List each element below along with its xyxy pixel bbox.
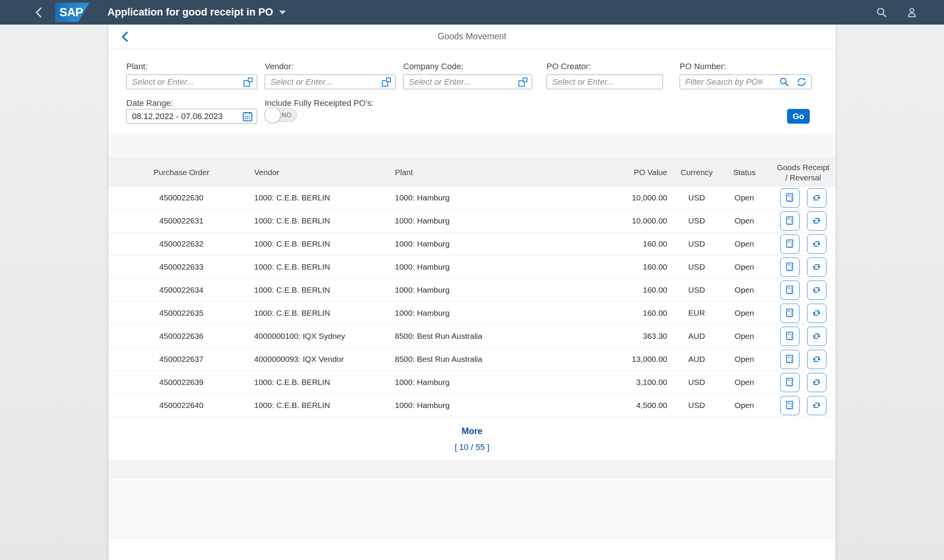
goods-receipt-button[interactable] <box>780 373 800 392</box>
company-code-input[interactable] <box>403 74 532 89</box>
cell-currency: USD <box>671 239 722 248</box>
cell-status: Open <box>722 239 766 248</box>
calendar-icon[interactable] <box>242 111 253 122</box>
receipt-icon <box>784 216 795 226</box>
cell-po-value: 160.00 <box>609 239 671 248</box>
more-button[interactable]: More <box>109 417 835 437</box>
cell-vendor: 1000: C.E.B. BERLIN <box>254 216 395 225</box>
table-row[interactable]: 4500022636 4000000100: IQX Sydney 8500: … <box>109 325 835 348</box>
actions-header-line1: Goods Receipt <box>777 163 829 172</box>
cell-actions <box>766 211 835 231</box>
cell-currency: EUR <box>671 309 722 318</box>
reversal-button[interactable] <box>807 234 826 254</box>
toggle-knob[interactable] <box>264 107 281 123</box>
table-row[interactable]: 4500022635 1000: C.E.B. BERLIN 1000: Ham… <box>109 302 835 325</box>
cycle-arrows-icon <box>811 285 822 295</box>
cell-vendor: 1000: C.E.B. BERLIN <box>254 239 395 248</box>
table-row[interactable]: 4500022633 1000: C.E.B. BERLIN 1000: Ham… <box>109 256 835 279</box>
company-code-label: Company Code: <box>403 62 463 71</box>
footer-area <box>109 477 835 538</box>
cycle-arrows-icon <box>811 239 822 249</box>
cell-currency: USD <box>671 285 722 295</box>
goods-receipt-button[interactable] <box>780 327 800 346</box>
table-footer: More [ 10 / 55 ] <box>109 417 835 460</box>
cell-status: Open <box>722 332 766 341</box>
include-fully-receipted-toggle[interactable]: NO <box>265 107 298 123</box>
cell-status: Open <box>722 378 766 387</box>
cycle-arrows-icon <box>811 262 822 272</box>
table-row[interactable]: 4500022634 1000: C.E.B. BERLIN 1000: Ham… <box>109 279 835 302</box>
cell-purchase-order: 4500022636 <box>109 332 254 341</box>
toggle-state-label: NO <box>282 112 292 119</box>
cell-status: Open <box>722 193 766 202</box>
reversal-button[interactable] <box>807 188 826 208</box>
receipt-icon <box>784 262 795 272</box>
reversal-button[interactable] <box>807 258 826 277</box>
cell-vendor: 1000: C.E.B. BERLIN <box>254 193 395 202</box>
receipt-icon <box>784 400 795 411</box>
vendor-label: Vendor: <box>265 62 293 71</box>
po-creator-input[interactable] <box>547 74 663 89</box>
receipt-icon <box>784 331 795 341</box>
cycle-arrows-icon <box>811 192 822 203</box>
goods-receipt-button[interactable] <box>780 188 800 208</box>
goods-receipt-button[interactable] <box>780 396 800 415</box>
reversal-button[interactable] <box>807 350 826 369</box>
search-icon[interactable] <box>779 77 790 87</box>
app-title-menu[interactable]: Application for good receipt in PO <box>107 6 286 18</box>
profile-button[interactable] <box>905 6 918 19</box>
table-row[interactable]: 4500022637 4000000093: IQX Vendor 8500: … <box>109 348 835 371</box>
reversal-button[interactable] <box>807 281 826 300</box>
cell-actions <box>766 396 835 415</box>
date-range-label: Date Range: <box>126 98 173 108</box>
vendor-input[interactable] <box>265 74 396 89</box>
goods-receipt-button[interactable] <box>780 234 800 254</box>
value-help-icon[interactable] <box>243 77 253 87</box>
cell-plant: 1000: Hamburg <box>395 262 609 271</box>
table-row[interactable]: 4500022631 1000: C.E.B. BERLIN 1000: Ham… <box>109 209 835 233</box>
search-button[interactable] <box>875 6 888 19</box>
cell-currency: USD <box>671 378 722 387</box>
page-back-button[interactable] <box>118 30 132 43</box>
goods-receipt-button[interactable] <box>780 304 800 323</box>
cell-actions <box>766 373 835 392</box>
page-indicator: [ 10 / 55 ] <box>109 442 835 452</box>
cell-po-value: 4,500.00 <box>609 401 671 410</box>
go-button[interactable]: Go <box>787 109 810 124</box>
goods-receipt-button[interactable] <box>780 281 800 300</box>
date-range-input[interactable] <box>126 109 257 124</box>
table-body: 4500022630 1000: C.E.B. BERLIN 1000: Ham… <box>109 186 835 417</box>
po-number-input[interactable] <box>680 74 812 89</box>
shell-back-button[interactable] <box>33 6 45 19</box>
table-row[interactable]: 4500022639 1000: C.E.B. BERLIN 1000: Ham… <box>109 371 835 394</box>
cell-po-value: 160.00 <box>609 309 671 318</box>
reversal-button[interactable] <box>807 373 826 392</box>
cycle-arrows-icon <box>811 308 822 318</box>
value-help-icon[interactable] <box>381 77 391 87</box>
reversal-button[interactable] <box>807 211 826 231</box>
refresh-icon[interactable] <box>796 76 807 87</box>
vendor-field-wrap <box>265 74 396 89</box>
table-row[interactable]: 4500022632 1000: C.E.B. BERLIN 1000: Ham… <box>109 233 835 256</box>
cell-currency: USD <box>671 262 722 271</box>
company-code-field-wrap <box>403 74 532 89</box>
reversal-button[interactable] <box>807 304 826 323</box>
table-row[interactable]: 4500022630 1000: C.E.B. BERLIN 1000: Ham… <box>109 186 835 209</box>
value-help-icon[interactable] <box>518 77 528 87</box>
reversal-button[interactable] <box>807 396 826 415</box>
cell-purchase-order: 4500022637 <box>109 355 254 364</box>
po-number-label: PO Number: <box>680 62 726 71</box>
cell-status: Open <box>722 262 766 271</box>
reversal-button[interactable] <box>807 327 826 346</box>
cell-po-value: 13,000.00 <box>609 355 671 364</box>
cell-vendor: 1000: C.E.B. BERLIN <box>254 401 395 410</box>
plant-input[interactable] <box>126 74 257 89</box>
cell-currency: USD <box>671 216 722 225</box>
goods-receipt-button[interactable] <box>780 211 800 231</box>
goods-receipt-button[interactable] <box>780 350 800 369</box>
po-creator-label: PO Creator: <box>547 62 591 71</box>
goods-receipt-button[interactable] <box>780 258 800 277</box>
table-row[interactable]: 4500022640 1000: C.E.B. BERLIN 1000: Ham… <box>109 394 835 417</box>
cell-actions <box>766 188 835 208</box>
cell-status: Open <box>722 216 766 225</box>
